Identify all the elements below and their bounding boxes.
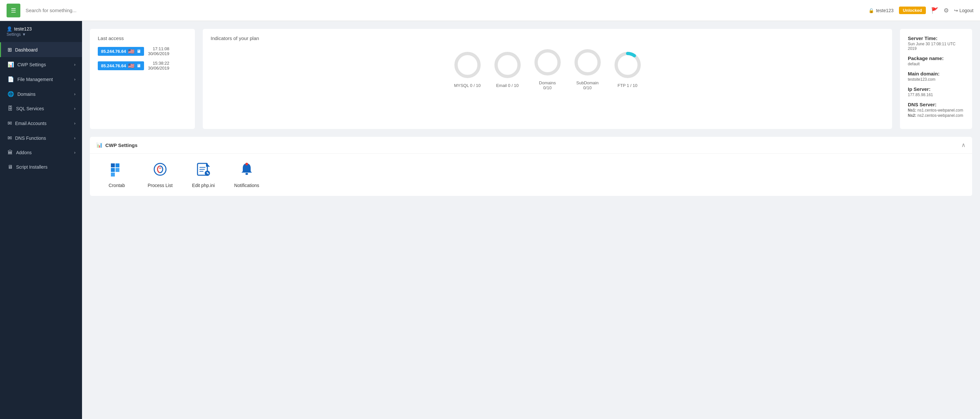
sidebar-item-file-management[interactable]: 📄 File Management › [0, 72, 82, 87]
svg-rect-8 [111, 168, 115, 172]
dns-server-label: DNS Server: [908, 102, 964, 107]
dns-icon: ✉ [8, 135, 12, 141]
donut-ftp: FTP 1 / 10 [613, 50, 643, 88]
main-content: Last access 85.244.76.64 🇺🇸 🖥 17:11:08 3… [82, 21, 980, 419]
sidebar-item-cwp-settings[interactable]: 📊 CWP Settings › [0, 57, 82, 72]
indicators-card: Indicators of your plan MYSQL 0 / 10 [203, 29, 892, 129]
svg-text:✎: ✎ [206, 172, 209, 175]
server-time-value: Sun June 30 17:08:11 UTC 2019 [908, 41, 964, 51]
edit-phpini-label: Edit php.ini [192, 183, 215, 188]
bar-chart-icon: 📊 [97, 142, 103, 148]
edit-phpini-icon: ✎ [196, 161, 211, 180]
svg-point-1 [496, 54, 519, 76]
logout-button[interactable]: ↪ Logout [954, 8, 974, 13]
main-domain-value: testsite123.com [908, 77, 964, 82]
donut-subdomain: SubDomain0/10 [573, 48, 602, 90]
donut-subdomain-label: SubDomain0/10 [576, 80, 599, 90]
windows-icon-1: 🖥 [137, 49, 141, 54]
sidebar-item-addons[interactable]: 🏛 Addons › [0, 145, 82, 160]
cwp-tool-process-list[interactable]: Process List [144, 161, 177, 188]
chevron-right-icon: › [74, 150, 75, 155]
indicators-title: Indicators of your plan [211, 35, 884, 41]
svg-point-19 [245, 163, 248, 166]
cwp-settings-header[interactable]: 📊 CWP Settings ∧ [90, 137, 972, 153]
svg-rect-7 [116, 163, 119, 167]
access-row-2: 85.244.76.64 🇺🇸 🖥 15:38:22 30/06/2019 [98, 61, 187, 70]
sidebar-user-section: 👤 teste123 Settings ▼ [0, 21, 82, 42]
sidebar-toggle-button[interactable]: ☰ [6, 3, 20, 18]
addons-icon: 🏛 [8, 150, 13, 156]
chevron-right-icon: › [74, 121, 75, 126]
donut-domains-chart [533, 48, 562, 77]
header-username: teste123 [876, 8, 894, 13]
package-name-item: Package name: default [908, 56, 964, 66]
sidebar: 👤 teste123 Settings ▼ ⊞ Dashboard 📊 CWP … [0, 21, 82, 419]
sidebar-item-sql-services[interactable]: 🗄 SQL Services › [0, 101, 82, 116]
chevron-right-icon: › [74, 92, 75, 96]
dns-ns2-value: Ns2: ns2.centos-webpanel.com [908, 113, 964, 118]
server-info-card: Server Time: Sun June 30 17:08:11 UTC 20… [900, 29, 972, 129]
user-info: 🔒 teste123 [869, 8, 894, 13]
cwp-settings-body: Crontab Process List [90, 153, 972, 196]
windows-icon-2: 🖥 [137, 63, 141, 68]
chevron-down-icon: ▼ [22, 32, 26, 37]
notifications-icon [239, 161, 255, 180]
cwp-settings-title: 📊 CWP Settings [97, 142, 137, 148]
donut-email-label: Email 0 / 10 [496, 83, 519, 88]
server-time-label: Server Time: [908, 35, 964, 41]
collapse-icon: ∧ [961, 142, 966, 149]
last-access-title: Last access [98, 35, 187, 41]
notifications-label: Notifications [234, 183, 259, 188]
search-input[interactable] [25, 8, 869, 13]
package-name-value: default [908, 62, 964, 66]
donut-mysql-chart [453, 50, 482, 80]
donut-mysql: MYSQL 0 / 10 [453, 50, 482, 88]
sidebar-settings-link[interactable]: Settings ▼ [6, 32, 75, 37]
sidebar-item-dashboard[interactable]: ⊞ Dashboard [0, 42, 82, 57]
access-time-2: 15:38:22 30/06/2019 [148, 61, 169, 70]
logout-icon: ↪ [954, 8, 958, 13]
svg-point-3 [576, 51, 599, 74]
cwp-tool-crontab[interactable]: Crontab [100, 161, 133, 188]
cwp-settings-section: 📊 CWP Settings ∧ [90, 137, 972, 196]
sidebar-item-script-installers[interactable]: 🖥 Script Installers [0, 160, 82, 174]
access-time-1: 17:11:08 30/06/2019 [148, 46, 169, 56]
main-layout: 👤 teste123 Settings ▼ ⊞ Dashboard 📊 CWP … [0, 21, 980, 419]
main-domain-label: Main domain: [908, 71, 964, 76]
email-icon: ✉ [8, 120, 12, 126]
sidebar-item-dns-functions[interactable]: ✉ DNS Functions › [0, 131, 82, 145]
flag-icon-2: 🇺🇸 [128, 63, 135, 69]
cwp-tool-edit-phpini[interactable]: ✎ Edit php.ini [187, 161, 220, 188]
settings-gear-icon[interactable]: ⚙ [943, 7, 949, 14]
sidebar-item-email-accounts[interactable]: ✉ Email Accounts › [0, 116, 82, 131]
donut-row: MYSQL 0 / 10 Email 0 / 10 [211, 48, 884, 90]
sidebar-username: 👤 teste123 [6, 26, 75, 32]
donut-mysql-label: MYSQL 0 / 10 [454, 83, 480, 88]
cwp-tool-notifications[interactable]: Notifications [230, 161, 263, 188]
svg-point-2 [536, 51, 559, 74]
svg-rect-10 [111, 173, 115, 177]
header-right: 🔒 teste123 Unlocked 🚩 ⚙ ↪ Logout [869, 6, 974, 14]
svg-point-0 [456, 54, 479, 76]
ip-server-label: Ip Server: [908, 86, 964, 92]
svg-rect-9 [116, 168, 119, 172]
chevron-right-icon: › [74, 106, 75, 111]
sidebar-item-domains[interactable]: 🌐 Domains › [0, 87, 82, 101]
domains-icon: 🌐 [8, 91, 14, 97]
package-name-label: Package name: [908, 56, 964, 61]
donut-ftp-label: FTP 1 / 10 [617, 83, 637, 88]
unlocked-badge[interactable]: Unlocked [899, 6, 926, 14]
last-access-card: Last access 85.244.76.64 🇺🇸 🖥 17:11:08 3… [90, 29, 195, 129]
chevron-right-icon: › [74, 77, 75, 82]
main-domain-item: Main domain: testsite123.com [908, 71, 964, 82]
flag-icon-1: 🇺🇸 [128, 48, 135, 54]
cwp-settings-icon: 📊 [8, 61, 14, 68]
chevron-right-icon: › [74, 136, 75, 140]
donut-email-chart [493, 50, 522, 80]
flag-icon[interactable]: 🚩 [931, 7, 938, 14]
ip-badge-2: 85.244.76.64 🇺🇸 🖥 [98, 61, 144, 70]
script-icon: 🖥 [8, 164, 13, 170]
donut-domains-label: Domains0/10 [539, 80, 556, 90]
donut-email: Email 0 / 10 [493, 50, 522, 88]
ip-server-value: 177.85.98.161 [908, 92, 964, 97]
